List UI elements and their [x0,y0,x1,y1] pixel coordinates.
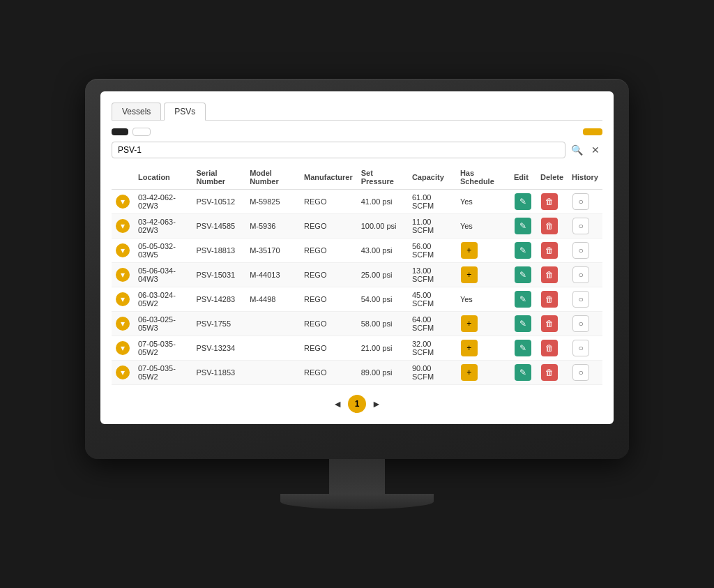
cell-edit: ✎ [510,336,536,361]
history-button[interactable]: ○ [572,218,589,234]
cell-location: 06-03-025-05W3 [134,312,192,336]
prev-page-button[interactable]: ◄ [333,398,342,409]
table-row: ▾ 03-42-063-02W3 PSV-14585 M-5936 REGO 1… [112,214,602,239]
delete-button[interactable]: 🗑 [541,266,558,283]
history-button[interactable]: ○ [572,315,589,332]
edit-button[interactable]: ✎ [515,315,531,332]
history-button[interactable]: ○ [572,266,589,283]
cell-schedule: + [456,312,510,336]
delete-button[interactable]: 🗑 [541,291,558,308]
cell-model [245,336,300,361]
cell-history: ○ [568,214,602,239]
cell-manufacturer: REGO [300,361,357,385]
edit-button[interactable]: ✎ [515,340,531,356]
cell-location: 07-05-035-05W2 [134,361,192,385]
col-model: Model Number [245,165,300,190]
cell-serial: PSV-1755 [192,312,246,336]
screen-content: Vessels PSVs 🔍 ✕ Location [100,91,614,424]
next-page-button[interactable]: ► [372,398,381,409]
cell-model: M-4498 [245,287,300,312]
cell-schedule: + [456,336,510,361]
delete-button[interactable]: 🗑 [541,315,558,332]
cell-edit: ✎ [510,190,536,214]
expand-icon[interactable]: ▾ [116,268,130,282]
expand-icon[interactable]: ▾ [116,219,130,233]
col-serial: Serial Number [192,165,246,190]
col-schedule: Has Schedule [456,165,510,190]
col-edit: Edit [510,165,536,190]
edit-button[interactable]: ✎ [515,218,531,234]
expand-icon[interactable]: ▾ [116,195,130,209]
monitor-wrapper: Vessels PSVs 🔍 ✕ Location [85,79,629,509]
cell-manufacturer: REGO [300,336,357,361]
cell-model [245,361,300,385]
monitor-bezel: Vessels PSVs 🔍 ✕ Location [85,79,629,459]
history-button[interactable]: ○ [572,291,589,308]
delete-button[interactable]: 🗑 [541,340,558,356]
current-page: 1 [348,395,366,413]
cell-edit: ✎ [510,361,536,385]
cell-location: 07-05-035-05W2 [134,336,192,361]
add-schedule-button[interactable]: + [461,315,478,332]
tab-vessels[interactable]: Vessels [112,103,161,120]
cell-model [245,312,300,336]
tab-psvs[interactable]: PSVs [164,103,206,121]
cell-expand: ▾ [112,190,134,214]
cell-model: M-44013 [245,263,300,287]
expand-icon[interactable]: ▾ [116,292,130,306]
table-row: ▾ 07-05-035-05W2 PSV-13234 REGO 21.00 ps… [112,336,602,361]
monitor-stand-neck [329,459,385,494]
expand-icon[interactable]: ▾ [116,243,130,257]
edit-button[interactable]: ✎ [515,242,531,259]
filter-bar [112,128,602,136]
tab-bar: Vessels PSVs [112,103,602,121]
search-input[interactable] [112,142,565,158]
cell-pressure: 89.00 psi [357,361,408,385]
edit-button[interactable]: ✎ [515,291,531,308]
add-schedule-button[interactable]: + [461,364,478,381]
delete-button[interactable]: 🗑 [541,242,558,259]
cell-edit: ✎ [510,287,536,312]
cell-history: ○ [568,312,602,336]
cell-manufacturer: REGO [300,214,357,239]
delete-button[interactable]: 🗑 [541,364,558,381]
cell-serial: PSV-13234 [192,336,246,361]
add-schedule-button[interactable]: + [461,242,478,259]
cell-location: 05-06-034-04W3 [134,263,192,287]
cell-serial: PSV-11853 [192,361,246,385]
history-button[interactable]: ○ [572,242,589,259]
add-schedule-button[interactable]: + [461,266,478,283]
expand-icon[interactable]: ▾ [116,317,130,331]
cell-model: M-35170 [245,239,300,263]
create-psv-button[interactable] [583,128,602,135]
delete-button[interactable]: 🗑 [541,218,558,234]
cell-delete: 🗑 [536,287,568,312]
history-button[interactable]: ○ [572,193,589,210]
deleted-button[interactable] [132,128,151,136]
cell-history: ○ [568,287,602,312]
active-button[interactable] [112,128,128,135]
add-schedule-button[interactable]: + [461,340,478,356]
cell-edit: ✎ [510,239,536,263]
cell-delete: 🗑 [536,239,568,263]
expand-icon[interactable]: ▾ [116,365,130,379]
pagination: ◄ 1 ► [112,395,602,413]
expand-icon[interactable]: ▾ [116,341,130,355]
cell-expand: ▾ [112,239,134,263]
history-button[interactable]: ○ [572,364,589,381]
col-history: History [568,165,602,190]
cell-capacity: 13.00 SCFM [408,263,456,287]
cell-serial: PSV-18813 [192,239,246,263]
cell-capacity: 61.00 SCFM [408,190,456,214]
cell-pressure: 21.00 psi [357,336,408,361]
cell-history: ○ [568,263,602,287]
search-button[interactable]: 🔍 [568,143,586,157]
delete-button[interactable]: 🗑 [541,193,558,210]
edit-button[interactable]: ✎ [515,364,531,381]
edit-button[interactable]: ✎ [515,193,531,210]
cell-delete: 🗑 [536,312,568,336]
clear-button[interactable]: ✕ [588,143,602,157]
history-button[interactable]: ○ [572,340,589,356]
monitor-stand-base [280,494,434,509]
edit-button[interactable]: ✎ [515,266,531,283]
